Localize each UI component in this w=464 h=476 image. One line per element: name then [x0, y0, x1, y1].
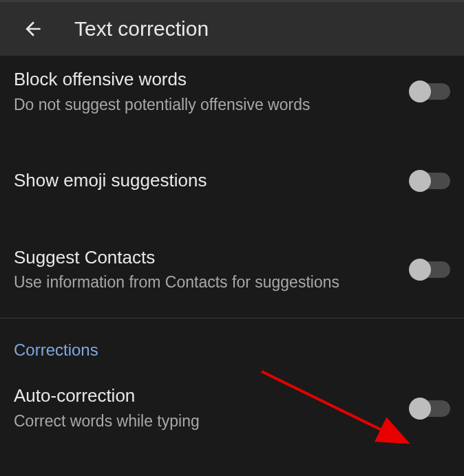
- setting-title: Show emoji suggestions: [14, 169, 397, 193]
- setting-block-offensive-words[interactable]: Block offensive words Do not suggest pot…: [0, 56, 464, 128]
- setting-text-block: Auto-correction Correct words while typi…: [14, 385, 410, 432]
- setting-text-block: Suggest Contacts Use information from Co…: [14, 246, 410, 294]
- setting-description: Do not suggest potentially offensive wor…: [14, 94, 397, 116]
- toggle-knob: [409, 259, 431, 281]
- toggle-suggest-contacts[interactable]: [410, 261, 450, 278]
- page-title: Text correction: [74, 17, 209, 41]
- setting-description: Use information from Contacts for sugges…: [14, 272, 397, 293]
- setting-suggest-contacts[interactable]: Suggest Contacts Use information from Co…: [0, 205, 464, 306]
- setting-emoji-suggestions[interactable]: Show emoji suggestions: [0, 128, 464, 205]
- back-button[interactable]: [17, 12, 50, 45]
- settings-content: Block offensive words Do not suggest pot…: [0, 56, 464, 444]
- setting-title: Suggest Contacts: [14, 246, 397, 270]
- setting-title: Auto-correction: [14, 385, 397, 408]
- setting-description: Correct words while typing: [14, 411, 397, 432]
- toggle-emoji-suggestions[interactable]: [410, 173, 450, 189]
- setting-text-block: Show emoji suggestions: [14, 169, 410, 193]
- app-header: Text correction: [0, 2, 464, 56]
- setting-title: Block offensive words: [14, 68, 397, 91]
- toggle-auto-correction[interactable]: [410, 400, 450, 417]
- toggle-knob: [409, 80, 431, 102]
- back-arrow-icon: [22, 18, 44, 40]
- toggle-knob: [409, 170, 431, 192]
- toggle-knob: [409, 398, 431, 420]
- setting-text-block: Block offensive words Do not suggest pot…: [14, 68, 410, 116]
- setting-auto-correction[interactable]: Auto-correction Correct words while typi…: [0, 372, 464, 444]
- toggle-block-offensive[interactable]: [410, 83, 450, 100]
- section-header-corrections: Corrections: [0, 318, 464, 372]
